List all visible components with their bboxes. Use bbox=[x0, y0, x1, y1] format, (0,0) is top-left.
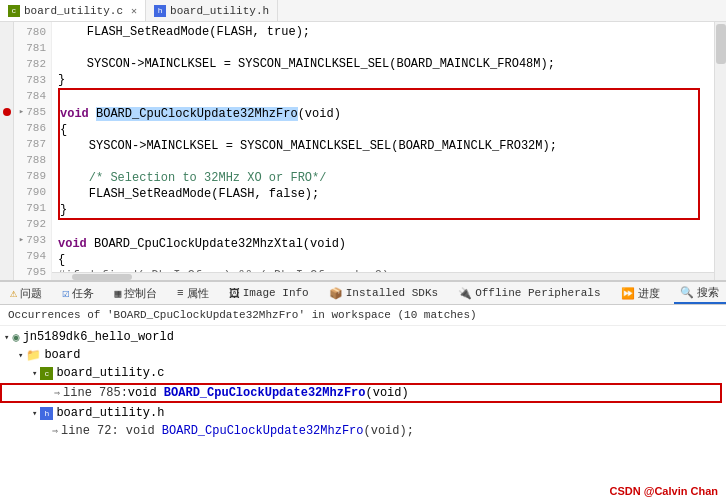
code-line-792 bbox=[58, 220, 714, 236]
file-h-label: board_utility.h bbox=[56, 406, 164, 420]
progress-icon: ⏩ bbox=[621, 287, 635, 300]
sdk-icon: 📦 bbox=[329, 287, 343, 300]
toolbar-installed-sdks[interactable]: 📦 Installed SDKs bbox=[323, 285, 444, 302]
chevron-down-icon-c: ▾ bbox=[32, 368, 37, 379]
toolbar-properties[interactable]: ≡ 属性 bbox=[171, 284, 215, 303]
arrow-icon-h: ⇒ bbox=[52, 425, 58, 437]
tasks-icon: ☑ bbox=[62, 286, 69, 301]
highlight-block: void BOARD_CpuClockUpdate32MhzFro(void) … bbox=[58, 88, 700, 220]
problems-icon: ⚠ bbox=[10, 286, 17, 301]
toolbar-image-info[interactable]: 🖼 Image Info bbox=[223, 285, 315, 302]
code-line-789: /* Selection to 32MHz XO or FRO*/ bbox=[60, 170, 698, 186]
toolbar-progress[interactable]: ⏩ 进度 bbox=[615, 284, 666, 303]
tab-label-h: board_utility.h bbox=[170, 5, 269, 17]
code-line-793: void BOARD_CpuClockUpdate32MhzXtal(void) bbox=[58, 236, 714, 252]
editor-area: c board_utility.c ✕ h board_utility.h bbox=[0, 0, 726, 281]
code-line-781 bbox=[58, 40, 714, 56]
code-line-788 bbox=[60, 154, 698, 170]
toolbar-problems[interactable]: ⚠ 问题 bbox=[4, 284, 48, 303]
folder-label: board bbox=[44, 348, 80, 362]
scrollbar-thumb-v[interactable] bbox=[716, 24, 726, 64]
chevron-down-icon: ▾ bbox=[18, 350, 23, 361]
code-line-787: SYSCON->MAINCLKSEL = SYSCON_MAINCLKSEL_S… bbox=[60, 138, 698, 154]
main-layout: c board_utility.c ✕ h board_utility.h bbox=[0, 0, 726, 501]
tree-file-c[interactable]: ▾ c board_utility.c bbox=[0, 364, 726, 382]
installed-sdks-label: Installed SDKs bbox=[346, 287, 438, 299]
toolbar-offline-peripherals[interactable]: 🔌 Offline Peripherals bbox=[452, 285, 606, 302]
h-file-icon: h bbox=[154, 5, 166, 17]
match-line-label: line 785: bbox=[63, 386, 128, 400]
image-info-label: Image Info bbox=[243, 287, 309, 299]
tree-project[interactable]: ▾ ◉ jn5189dk6_hello_world bbox=[0, 328, 726, 346]
search-label: 搜索 bbox=[697, 285, 719, 300]
vertical-scrollbar[interactable] bbox=[714, 22, 726, 280]
code-line-784 bbox=[60, 90, 698, 106]
code-line-782: SYSCON->MAINCLKSEL = SYSCON_MAINCLKSEL_S… bbox=[58, 56, 714, 72]
code-line-790: FLASH_SetReadMode(FLASH, false); bbox=[60, 186, 698, 202]
tree-match-785[interactable]: ⇒ line 785: void BOARD_CpuClockUpdate32M… bbox=[0, 383, 722, 403]
breakpoint-gutter bbox=[0, 22, 14, 280]
code-line-785: void BOARD_CpuClockUpdate32MhzFro(void) bbox=[60, 106, 698, 122]
match-72-label: line 72: void BOARD_CpuClockUpdate32MhzF… bbox=[61, 424, 414, 438]
breakpoint-marker bbox=[0, 104, 13, 120]
tab-board-utility-c[interactable]: c board_utility.c ✕ bbox=[0, 0, 146, 21]
code-line-794: { bbox=[58, 252, 714, 268]
tab-board-utility-h[interactable]: h board_utility.h bbox=[146, 0, 278, 21]
horizontal-scrollbar[interactable] bbox=[52, 272, 714, 280]
tree-folder-board[interactable]: ▾ 📁 board bbox=[0, 346, 726, 364]
line-numbers: 780 781 782 783 784 ▸785 786 787 788 789… bbox=[14, 22, 52, 280]
offline-label: Offline Peripherals bbox=[475, 287, 600, 299]
code-container: 780 781 782 783 784 ▸785 786 787 788 789… bbox=[0, 22, 726, 280]
chevron-down-icon: ▾ bbox=[4, 332, 9, 343]
toolbar-tasks[interactable]: ☑ 任务 bbox=[56, 284, 100, 303]
code-line-780: FLASH_SetReadMode(FLASH, true); bbox=[58, 24, 714, 40]
console-icon: ▦ bbox=[114, 287, 121, 300]
code-content: FLASH_SetReadMode(FLASH, true); SYSCON->… bbox=[52, 22, 714, 280]
progress-label: 进度 bbox=[638, 286, 660, 301]
project-icon: ◉ bbox=[12, 330, 19, 345]
properties-label: 属性 bbox=[187, 286, 209, 301]
toolbar-console[interactable]: ▦ 控制台 bbox=[108, 284, 163, 303]
search-icon: 🔍 bbox=[680, 286, 694, 299]
tab-label-c: board_utility.c bbox=[24, 5, 123, 17]
image-info-icon: 🖼 bbox=[229, 287, 240, 300]
breakpoint-dot bbox=[3, 108, 11, 116]
tasks-label: 任务 bbox=[72, 286, 94, 301]
folder-icon: 📁 bbox=[26, 348, 41, 363]
properties-icon: ≡ bbox=[177, 287, 184, 299]
close-icon[interactable]: ✕ bbox=[131, 5, 137, 17]
project-label: jn5189dk6_hello_world bbox=[23, 330, 174, 344]
problems-label: 问题 bbox=[20, 286, 42, 301]
watermark: CSDN @Calvin Chan bbox=[609, 485, 718, 497]
scrollbar-thumb[interactable] bbox=[72, 274, 132, 280]
bottom-toolbar: ⚠ 问题 ☑ 任务 ▦ 控制台 ≡ 属性 🖼 Image Info 📦 Inst… bbox=[0, 281, 726, 305]
search-header: Occurrences of 'BOARD_CpuClockUpdate32Mh… bbox=[0, 305, 726, 326]
file-c-label: board_utility.c bbox=[56, 366, 164, 380]
match-func-text: void BOARD_CpuClockUpdate32MhzFro(void) bbox=[128, 386, 409, 400]
h-file-tree-icon: h bbox=[40, 407, 53, 420]
console-label: 控制台 bbox=[124, 286, 157, 301]
c-file-tree-icon: c bbox=[40, 367, 53, 380]
code-line-783: } bbox=[58, 72, 714, 88]
tree-file-h[interactable]: ▾ h board_utility.h bbox=[0, 404, 726, 422]
chevron-down-icon-h: ▾ bbox=[32, 408, 37, 419]
tree-match-72[interactable]: ⇒ line 72: void BOARD_CpuClockUpdate32Mh… bbox=[0, 422, 726, 440]
search-header-text: Occurrences of 'BOARD_CpuClockUpdate32Mh… bbox=[8, 309, 477, 321]
tab-bar: c board_utility.c ✕ h board_utility.h bbox=[0, 0, 726, 22]
toolbar-search[interactable]: 🔍 搜索 ✕ bbox=[674, 283, 726, 304]
search-results-area: Occurrences of 'BOARD_CpuClockUpdate32Mh… bbox=[0, 305, 726, 501]
offline-icon: 🔌 bbox=[458, 287, 472, 300]
arrow-icon: ⇒ bbox=[54, 387, 60, 399]
code-line-786: { bbox=[60, 122, 698, 138]
search-tree: ▾ ◉ jn5189dk6_hello_world ▾ 📁 board ▾ c … bbox=[0, 326, 726, 442]
code-line-791: } bbox=[60, 202, 698, 218]
c-file-icon: c bbox=[8, 5, 20, 17]
